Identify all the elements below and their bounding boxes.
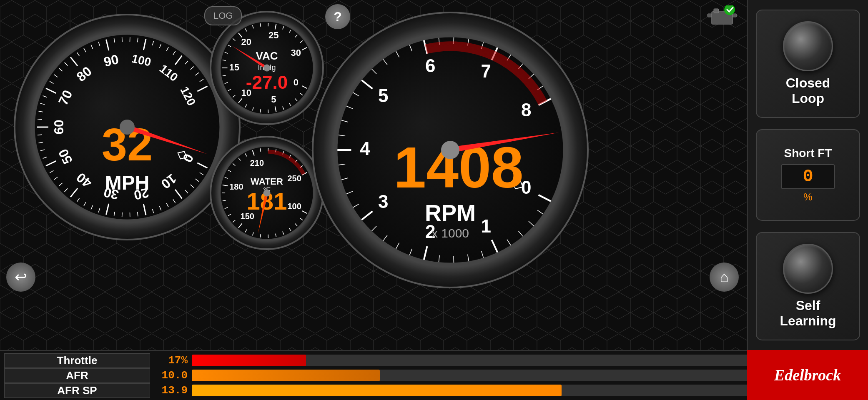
closed-loop-line2: Loop [792,91,824,106]
closed-loop-knob [783,21,833,71]
back-button[interactable]: ↩ [6,262,35,292]
throttle-row: Throttle 17% [0,353,868,368]
bottom-bars: Throttle 17% AFR 10.0 AFR SP 13.9 [0,350,868,400]
help-symbol: ? [334,9,342,25]
right-panel: Closed Loop Short FT 0 % Self Learning [747,0,868,350]
svg-rect-4 [733,14,737,17]
self-learning-line2: Learning [780,313,836,328]
self-learning-button[interactable]: Self Learning [756,232,860,340]
closed-loop-button[interactable]: Closed Loop [756,10,860,118]
engine-svg [705,5,739,28]
short-ft-readout: 0 [781,164,835,189]
afr-sp-row: AFR SP 13.9 [0,383,868,398]
afr-row: AFR 10.0 [0,368,868,383]
self-learning-knob [783,244,833,294]
afr-sp-label: AFR SP [4,383,150,398]
short-ft-display: Short FT 0 % [756,129,860,221]
afr-sp-value: 13.9 [150,384,192,397]
gauges-area: LOG ? [0,0,868,350]
self-learning-line1: Self [796,298,820,313]
edelbrock-text: Edelbrock [774,366,841,384]
self-learning-label: Self Learning [780,298,836,329]
log-button[interactable]: LOG [204,6,242,25]
afr-value: 10.0 [150,369,192,382]
afr-fill [192,370,380,381]
short-ft-value: 0 [803,167,813,187]
short-ft-title: Short FT [784,147,832,160]
closed-loop-line1: Closed [786,75,830,90]
closed-loop-label: Closed Loop [786,75,830,106]
main-layout: LOG ? [0,0,868,400]
afr-label: AFR [4,368,150,383]
engine-icon-area [705,4,739,29]
short-ft-unit: % [803,191,812,203]
help-button[interactable]: ? [325,4,350,29]
throttle-fill [192,355,306,366]
edelbrock-logo: Edelbrock [747,350,868,400]
svg-rect-1 [714,9,719,13]
svg-point-5 [725,5,735,15]
home-icon: ⌂ [720,268,729,286]
home-button[interactable]: ⌂ [710,262,739,292]
rpm-gauge-canvas [304,4,596,296]
throttle-value: 17% [150,354,192,367]
log-label: LOG [213,10,233,21]
svg-rect-3 [707,14,712,17]
afr-sp-fill [192,385,562,396]
throttle-label: Throttle [4,353,150,368]
back-icon: ↩ [15,268,27,286]
rpm-gauge-wrapper [304,4,596,296]
